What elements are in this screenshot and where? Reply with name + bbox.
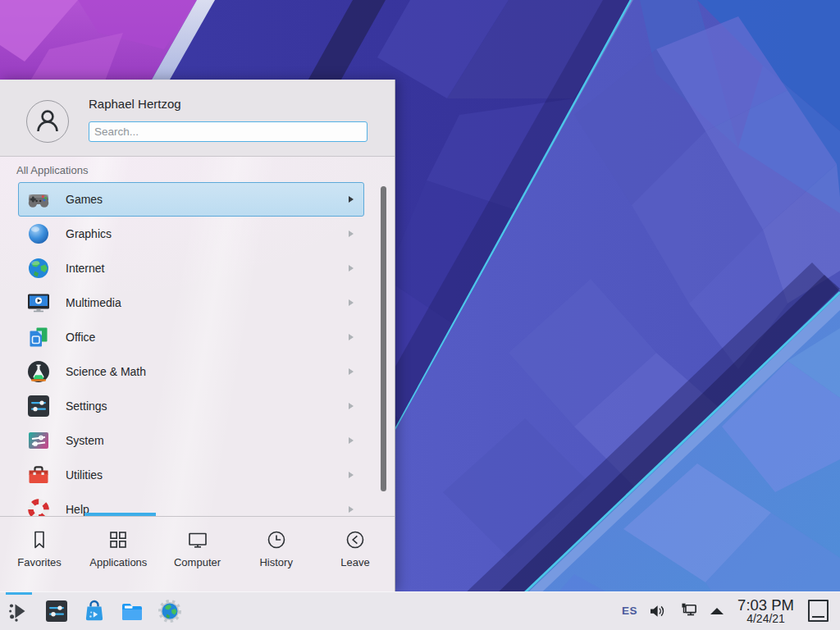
tab-history[interactable]: History [237,517,316,591]
category-list: Games Graphics [0,182,395,517]
documents-icon [25,324,52,350]
menu-tabbar: Favorites Applications C [0,517,395,591]
category-label: Multimedia [66,296,349,309]
category-label: Internet [66,262,349,275]
application-launcher-button[interactable] [6,598,32,624]
category-row-science-math[interactable]: Science & Math [18,354,364,389]
tab-applications[interactable]: Applications [79,517,158,591]
lifebuoy-icon [25,496,52,517]
tab-label: History [259,556,292,568]
system-tray: ES 7:03 PM 4/24/21 [622,597,840,625]
folder-icon [119,598,145,624]
category-label: System [66,434,349,447]
user-name: Raphael Hertzog [89,97,181,111]
discover-button[interactable] [81,598,107,624]
clock-date: 4/24/21 [746,613,785,625]
sphere-icon [25,221,52,247]
globe-icon [25,255,52,281]
kickoff-icon [6,598,32,624]
category-label: Games [66,193,349,206]
flask-icon [25,358,52,385]
volume-icon[interactable] [648,601,668,621]
system-settings-button[interactable] [43,598,70,624]
discover-bag-icon [81,598,107,624]
category-row-graphics[interactable]: Graphics [18,217,364,251]
category-row-internet[interactable]: Internet [18,251,364,285]
web-browser-button[interactable] [157,598,183,624]
submenu-arrow-icon [349,368,354,375]
system-sliders-icon [25,427,52,454]
file-manager-button[interactable] [119,598,145,624]
category-row-multimedia[interactable]: Multimedia [18,285,364,320]
submenu-arrow-icon [349,403,354,409]
submenu-arrow-icon [349,231,354,237]
menu-header: Raphael Hertzog [0,80,395,157]
leave-icon [344,528,367,551]
tab-label: Applications [89,556,147,568]
user-avatar[interactable] [26,100,69,143]
submenu-arrow-icon [349,334,354,340]
show-desktop-pane-line [812,616,824,618]
taskbar-launchers [0,598,183,624]
taskbar: ES 7:03 PM 4/24/21 [0,591,840,630]
category-row-help[interactable]: Help [18,492,364,517]
category-row-games[interactable]: Games [18,182,364,217]
launcher-active-indicator [6,592,32,595]
gamepad-icon [25,186,52,212]
digital-clock[interactable]: 7:03 PM 4/24/21 [737,597,794,625]
expand-tray-caret-icon[interactable] [710,608,724,614]
tab-label: Favorites [17,556,61,568]
category-label: Office [66,331,349,344]
toolbox-icon [25,462,52,488]
list-scrollbar[interactable] [381,186,386,491]
category-label: Utilities [66,468,349,482]
sliders-icon [25,393,52,419]
active-tab-indicator [84,513,156,516]
monitor-play-icon [25,290,52,316]
system-settings-icon [43,598,70,624]
show-desktop-button[interactable] [808,600,829,622]
tab-label: Leave [340,556,369,568]
submenu-arrow-icon [349,265,354,272]
submenu-arrow-icon [349,196,354,203]
desktop: Raphael Hertzog All Applications Games [0,0,840,630]
search-input[interactable] [89,121,368,142]
tab-leave[interactable]: Leave [316,517,395,591]
user-icon [30,104,65,139]
clock-icon [265,528,288,551]
computer-icon [186,528,209,551]
category-row-utilities[interactable]: Utilities [18,458,364,492]
submenu-arrow-icon [349,472,354,478]
submenu-arrow-icon [349,437,354,444]
section-label: All Applications [16,164,88,176]
bookmark-icon [28,528,51,551]
keyboard-layout-indicator[interactable]: ES [622,605,637,617]
category-row-system[interactable]: System [18,423,364,458]
category-label: Graphics [66,227,349,240]
globe-gear-icon [157,598,183,624]
application-launcher-menu: Raphael Hertzog All Applications Games [0,80,395,591]
wired-network-icon[interactable] [678,600,700,622]
category-row-settings[interactable]: Settings [18,389,364,423]
tab-computer[interactable]: Computer [158,517,236,591]
clock-time: 7:03 PM [737,597,794,613]
submenu-arrow-icon [349,506,354,513]
category-label: Settings [66,399,349,413]
tab-favorites[interactable]: Favorites [0,517,79,591]
submenu-arrow-icon [349,299,354,306]
tab-label: Computer [174,556,221,568]
category-label: Science & Math [66,365,349,378]
category-row-office[interactable]: Office [18,320,364,354]
grid-icon [107,528,130,551]
